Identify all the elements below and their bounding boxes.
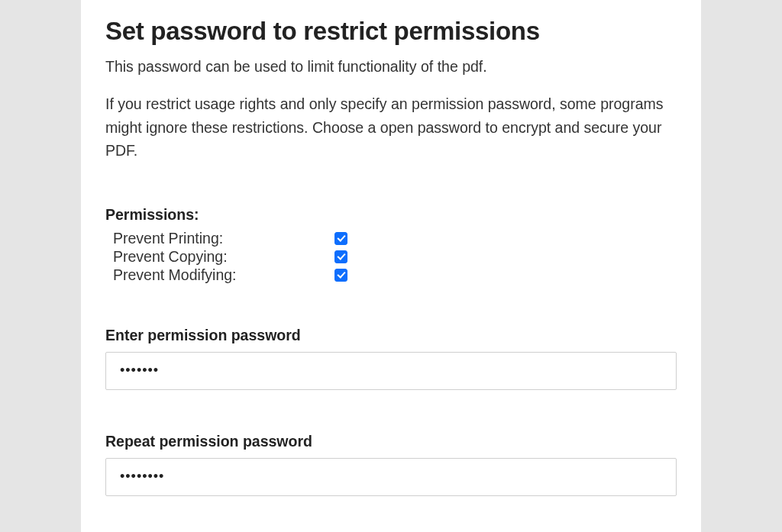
prevent-modifying-checkbox[interactable] (334, 269, 347, 282)
prevent-copying-row: Prevent Copying: (105, 248, 677, 266)
description-text: This password can be used to limit funct… (105, 56, 677, 77)
prevent-copying-label: Prevent Copying: (113, 248, 334, 266)
repeat-password-input[interactable] (105, 458, 677, 496)
prevent-modifying-label: Prevent Modifying: (113, 266, 334, 284)
enter-password-label: Enter permission password (105, 327, 677, 344)
enter-password-block: Enter permission password (105, 327, 677, 390)
prevent-printing-checkbox[interactable] (334, 232, 347, 245)
prevent-copying-checkbox[interactable] (334, 250, 347, 263)
note-text: If you restrict usage rights and only sp… (105, 92, 671, 162)
prevent-printing-row: Prevent Printing: (105, 230, 677, 247)
repeat-password-block: Repeat permission password (105, 433, 677, 496)
prevent-printing-label: Prevent Printing: (113, 230, 334, 247)
repeat-password-label: Repeat permission password (105, 433, 677, 450)
page-title: Set password to restrict permissions (105, 17, 677, 46)
prevent-modifying-row: Prevent Modifying: (105, 266, 677, 284)
permissions-heading: Permissions: (105, 206, 677, 224)
permissions-card: Set password to restrict permissions Thi… (81, 0, 701, 532)
enter-password-input[interactable] (105, 352, 677, 390)
